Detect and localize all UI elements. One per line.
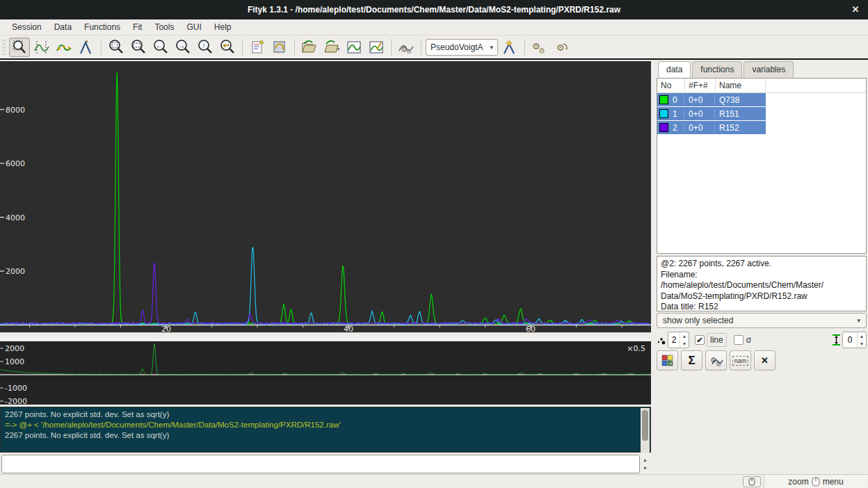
toolbar-separator [101, 39, 102, 56]
dataset-row-1[interactable]: 1 0+0 R151 [657, 107, 766, 121]
data-table-button[interactable] [344, 38, 364, 57]
menu-fit[interactable]: Fit [127, 20, 148, 34]
info-line: Data/MoS2-templating/PXRD/R152.raw [661, 291, 862, 302]
function-type-dropdown[interactable]: PseudoVoigtA ▾ [426, 39, 498, 56]
sigma-checkbox[interactable] [734, 335, 744, 345]
fit-continue-button[interactable]: ⚙ [552, 38, 572, 57]
line-checkbox[interactable]: ✔ [695, 335, 705, 345]
data-table-icon [346, 40, 362, 55]
zoom-mode-button[interactable] [9, 38, 30, 57]
delete-dataset-button[interactable]: ✕ [754, 350, 775, 371]
menu-functions[interactable]: Functions [78, 20, 127, 34]
zoom-right-button[interactable]: → [172, 38, 193, 57]
tab-variables[interactable]: variables [744, 61, 794, 78]
column-header-no[interactable]: No [657, 79, 685, 93]
plot-splitter[interactable] [0, 332, 651, 340]
toolbar-separator [294, 39, 295, 56]
open-folder-plus-icon: + [323, 40, 340, 55]
dataset-color-swatch[interactable] [659, 95, 668, 104]
spin-down-icon[interactable]: ▼ [680, 340, 689, 348]
load-data-append-button[interactable]: + [321, 38, 342, 57]
menu-gui[interactable]: GUI [180, 20, 207, 34]
fit-run-button[interactable]: ⚙⚙ [529, 38, 550, 57]
dataset-row-0[interactable]: 0 0+0 Q738 [657, 93, 766, 107]
auxiliary-plot[interactable]: 20001000-1000-2000×0.5 [0, 340, 651, 405]
toolbar: ← → ↑ ↩ [0, 35, 868, 60]
shift-spinner[interactable]: 0 ▲▼ [842, 332, 867, 348]
dataset-func-count: 0+0 [684, 95, 714, 105]
add-function-mode-button[interactable] [76, 38, 97, 57]
zoom-all-icon [108, 40, 124, 55]
sigma-checkbox-label: σ [746, 335, 751, 345]
point-size-value: 2 [668, 335, 680, 345]
dataset-name: Q738 [714, 95, 766, 105]
data-range-mode-button[interactable] [31, 38, 52, 57]
console-scrollbar-thumb[interactable] [642, 410, 648, 441]
toolbar-separator [391, 39, 392, 56]
menu-session[interactable]: Session [6, 20, 48, 34]
mouse-hints-toggle-button[interactable] [743, 476, 761, 487]
mouse-hints-icon [747, 478, 757, 486]
dataset-info: @2: 2267 points, 2267 active. Filename: … [657, 256, 867, 311]
session-reset-button[interactable] [269, 38, 290, 57]
show-filter-dropdown[interactable]: show only selected ▾ [657, 313, 867, 328]
rename-label: nam [732, 356, 749, 366]
load-data-button[interactable] [299, 38, 320, 57]
history-down-icon[interactable]: ▼ [640, 464, 650, 473]
output-console[interactable]: 2267 points. No explicit std. dev. Set a… [0, 407, 651, 453]
zoom-vertical-button[interactable]: ↑ [195, 38, 216, 57]
console-line: 2267 points. No explicit std. dev. Set a… [5, 430, 646, 441]
zoom-previous-button[interactable]: ↩ [217, 38, 238, 57]
svg-text:20: 20 [161, 325, 171, 332]
menu-tools[interactable]: Tools [148, 20, 180, 34]
edit-functions-button[interactable]: ⚙⚙ [396, 38, 417, 57]
dataset-color-swatch[interactable] [659, 109, 668, 118]
toolbar-separator [524, 39, 525, 56]
rename-title-button[interactable]: nam [730, 350, 751, 371]
dataset-row-2[interactable]: 2 0+0 R152 [657, 121, 766, 135]
dropdown-arrow-icon: ▾ [857, 317, 860, 324]
tab-functions[interactable]: functions [692, 61, 742, 78]
spin-up-icon[interactable]: ▲ [858, 332, 866, 340]
dataset-no: 0 [668, 95, 684, 105]
console-scrollbar[interactable] [641, 408, 650, 453]
auto-add-peak-button[interactable] [499, 38, 520, 57]
column-header-functions[interactable]: #F+# [685, 79, 716, 93]
spin-down-icon[interactable]: ▼ [858, 340, 866, 348]
menu-data[interactable]: Data [48, 20, 78, 34]
sum-button[interactable]: Σ [681, 350, 702, 371]
history-up-icon[interactable]: ▲ [640, 455, 650, 464]
menu-help[interactable]: Help [208, 20, 238, 34]
add-peak-icon [56, 40, 72, 55]
command-history-spinner[interactable]: ▲▼ [640, 455, 650, 473]
data-editor-grid-button[interactable] [657, 350, 678, 371]
session-reset-icon [272, 40, 287, 55]
column-header-name[interactable]: Name [716, 79, 766, 93]
fit-gears-icon: ⚙⚙ [531, 40, 548, 55]
console-line: 2267 points. No explicit std. dev. Set a… [5, 409, 646, 420]
dataset-no: 2 [668, 123, 684, 133]
data-editor-button[interactable] [366, 38, 387, 57]
dataset-color-swatch[interactable] [659, 123, 668, 132]
svg-text:⚙: ⚙ [538, 47, 545, 55]
zoom-selection-button[interactable] [128, 38, 149, 57]
point-size-spinner[interactable]: 2 ▲▼ [668, 332, 689, 348]
editor-grid-icon [661, 355, 674, 367]
toolbar-handle[interactable] [1, 38, 6, 56]
zoom-left-button[interactable]: ← [150, 38, 171, 57]
svg-text:1000: 1000 [5, 357, 24, 366]
log-script-button[interactable] [247, 38, 268, 57]
close-button[interactable]: ✕ [850, 4, 861, 15]
svg-text:←: ← [156, 42, 163, 49]
fast-transform-button[interactable]: ⚙⚙ [705, 350, 727, 371]
svg-text:40: 40 [344, 325, 353, 332]
main-plot[interactable]: 2040602000400060008000 [0, 61, 651, 332]
tab-data[interactable]: data [658, 61, 691, 78]
zoom-vertical-icon: ↑ [198, 40, 213, 55]
fit-continue-icon: ⚙ [554, 40, 570, 55]
spin-up-icon[interactable]: ▲ [680, 332, 689, 340]
line-checkbox-label: line [707, 333, 727, 347]
command-input[interactable] [1, 455, 640, 473]
zoom-all-button[interactable] [106, 38, 127, 57]
add-peak-mode-button[interactable] [54, 38, 74, 57]
